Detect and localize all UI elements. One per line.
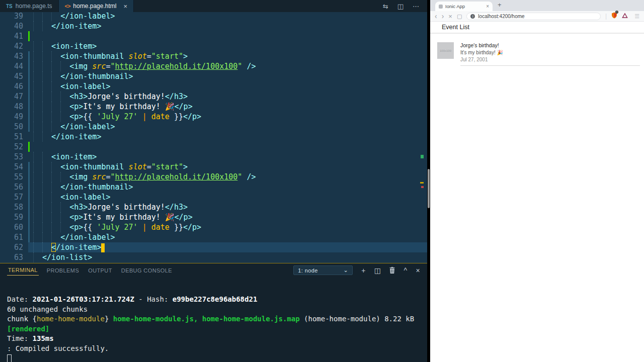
- bookmark-button[interactable]: ▢: [457, 14, 462, 19]
- code-line-42[interactable]: 42<ion-item>: [0, 41, 427, 51]
- editor-scrollbar[interactable]: [428, 169, 430, 208]
- address-bar[interactable]: i localhost:4200/home: [466, 13, 601, 20]
- code-line-61[interactable]: 61</ion-label>: [0, 232, 427, 242]
- browser-tab-ionic-app[interactable]: Ionic App ×: [435, 2, 493, 11]
- code-line-57[interactable]: 57<ion-label>: [0, 192, 427, 202]
- terminal-shell-select[interactable]: 1: node ⌄: [293, 265, 353, 275]
- line-number: 49: [0, 112, 23, 122]
- code-text: <ion-label>: [33, 81, 427, 92]
- maximize-panel-icon[interactable]: ^: [404, 267, 407, 274]
- code-line-59[interactable]: 59<p>It's my birthday! 🎉</p>: [0, 212, 427, 222]
- url-text: localhost:4200/home: [478, 14, 524, 19]
- code-line-44[interactable]: 44<img src="http://placehold.it/100x100"…: [0, 61, 427, 71]
- code-line-53[interactable]: 53<ion-item>: [0, 152, 427, 162]
- code-line-52[interactable]: 52: [0, 142, 427, 152]
- panel-tab-output[interactable]: OUTPUT: [87, 265, 113, 276]
- panel-tab-problems[interactable]: PROBLEMS: [46, 265, 80, 276]
- split-editor-icon[interactable]: ◫: [397, 3, 404, 10]
- line-number: 45: [0, 71, 23, 81]
- code-line-45[interactable]: 45</ion-thumbnail>: [0, 71, 427, 81]
- new-terminal-icon[interactable]: +: [361, 267, 366, 274]
- shield-extension-icon[interactable]: 1: [611, 12, 617, 21]
- code-line-49[interactable]: 49<p>{{ 'July 27' | date }}</p>: [0, 112, 427, 122]
- code-text: </ion-thumbnail>: [33, 71, 427, 81]
- git-modified-indicator: [28, 172, 30, 182]
- tab-home-page-ts[interactable]: TS home.page.ts: [0, 0, 59, 12]
- code-line-40[interactable]: 40</ion-item>: [0, 21, 427, 31]
- back-button[interactable]: ‹: [435, 13, 437, 20]
- line-number: 60: [0, 222, 23, 232]
- gutter: 52: [0, 142, 33, 152]
- close-tab-icon[interactable]: ×: [123, 3, 127, 10]
- code-text: <p>{{ 'July 27' | date }}</p>: [33, 112, 427, 122]
- code-line-41[interactable]: 41: [0, 31, 427, 41]
- split-terminal-icon[interactable]: ◫: [374, 267, 381, 274]
- vscode-window: TS home.page.ts <> home.page.html × ⇆ ◫ …: [0, 0, 427, 362]
- html-icon: <>: [65, 3, 70, 9]
- code-line-50[interactable]: 50</ion-label>: [0, 122, 427, 132]
- gutter: 44: [0, 61, 33, 71]
- line-number: 54: [0, 162, 23, 172]
- line-number: 47: [0, 92, 23, 102]
- panel-tab-debug-console[interactable]: DEBUG CONSOLE: [120, 265, 173, 276]
- code-line-55[interactable]: 55<img src="http://placehold.it/100x100"…: [0, 172, 427, 182]
- browser-toolbar: ‹ › × ▢ i localhost:4200/home | 1 ☰: [430, 11, 644, 22]
- triangle-extension-icon[interactable]: [622, 12, 628, 21]
- text-cursor: [101, 243, 105, 252]
- open-changes-icon[interactable]: ⇆: [383, 3, 388, 10]
- code-editor[interactable]: 39</ion-label>40</ion-item>4142<ion-item…: [0, 12, 427, 263]
- gutter: 59: [0, 212, 33, 222]
- panel-tab-terminal[interactable]: TERMINAL: [7, 265, 39, 276]
- close-browser-tab-icon[interactable]: ×: [486, 4, 489, 9]
- line-number: 51: [0, 132, 23, 142]
- line-number: 59: [0, 212, 23, 222]
- terminal-output[interactable]: Date: 2021-01-26T03:17:21.724Z - Hash: e…: [0, 277, 427, 362]
- terminal-line: [rendered]: [7, 324, 427, 334]
- code-line-63[interactable]: 63</ion-list>: [0, 252, 427, 262]
- gutter: 41: [0, 31, 33, 41]
- code-text: <p>It's my birthday! 🎉</p>: [33, 212, 427, 222]
- new-tab-button[interactable]: +: [498, 1, 502, 9]
- gutter: 63: [0, 252, 33, 262]
- more-actions-icon[interactable]: ⋯: [413, 3, 419, 10]
- terminal-line: chunk {home-home-module} home-home-modul…: [7, 314, 427, 324]
- gutter: 50: [0, 122, 33, 132]
- code-line-62[interactable]: 62</ion-item>: [0, 242, 427, 252]
- code-line-46[interactable]: 46<ion-label>: [0, 81, 427, 92]
- code-line-54[interactable]: 54<ion-thumbnail slot="start">: [0, 162, 427, 172]
- code-line-43[interactable]: 43<ion-thumbnail slot="start">: [0, 51, 427, 61]
- code-line-48[interactable]: 48<p>It's my birthday! 🎉</p>: [0, 102, 427, 112]
- git-modified-indicator: [28, 222, 30, 232]
- gutter: 45: [0, 71, 33, 81]
- line-number: 44: [0, 61, 23, 71]
- code-text: </ion-label>: [33, 232, 427, 242]
- browser-menu-icon[interactable]: ☰: [634, 13, 639, 20]
- code-line-47[interactable]: 47<h3>Jorge's birthday!</h3>: [0, 92, 427, 102]
- event-list-item[interactable]: 100x100 Jorge's birthday! It's my birthd…: [430, 34, 644, 62]
- code-line-60[interactable]: 60<p>{{ 'July 27' | date }}</p>: [0, 222, 427, 232]
- site-info-icon[interactable]: i: [470, 14, 475, 19]
- git-modified-indicator: [28, 182, 30, 192]
- tab-home-page-html[interactable]: <> home.page.html ×: [59, 0, 134, 12]
- close-panel-icon[interactable]: ×: [416, 267, 420, 274]
- stop-button[interactable]: ×: [448, 13, 452, 20]
- gutter: 48: [0, 102, 33, 112]
- kill-terminal-icon[interactable]: [389, 267, 395, 274]
- bottom-panel: TERMINAL PROBLEMS OUTPUT DEBUG CONSOLE 1…: [0, 263, 427, 362]
- code-text: <p>It's my birthday! 🎉</p>: [33, 102, 427, 112]
- git-modified-indicator: [28, 102, 30, 112]
- git-modified-indicator: [28, 202, 30, 212]
- git-modified-indicator: [28, 122, 30, 132]
- gutter: 56: [0, 182, 33, 192]
- git-modified-indicator: [28, 212, 30, 222]
- line-number: 39: [0, 12, 23, 21]
- forward-button[interactable]: ›: [442, 13, 444, 20]
- code-line-39[interactable]: 39</ion-label>: [0, 12, 427, 21]
- line-number: 41: [0, 31, 23, 41]
- chevron-down-icon: ⌄: [344, 267, 349, 274]
- event-title: Jorge's birthday!: [460, 42, 503, 48]
- code-line-56[interactable]: 56</ion-thumbnail>: [0, 182, 427, 192]
- terminal-line: : Compiled successfully.: [7, 344, 427, 354]
- code-line-58[interactable]: 58<h3>Jorge's birthday!</h3>: [0, 202, 427, 212]
- code-line-51[interactable]: 51</ion-item>: [0, 132, 427, 142]
